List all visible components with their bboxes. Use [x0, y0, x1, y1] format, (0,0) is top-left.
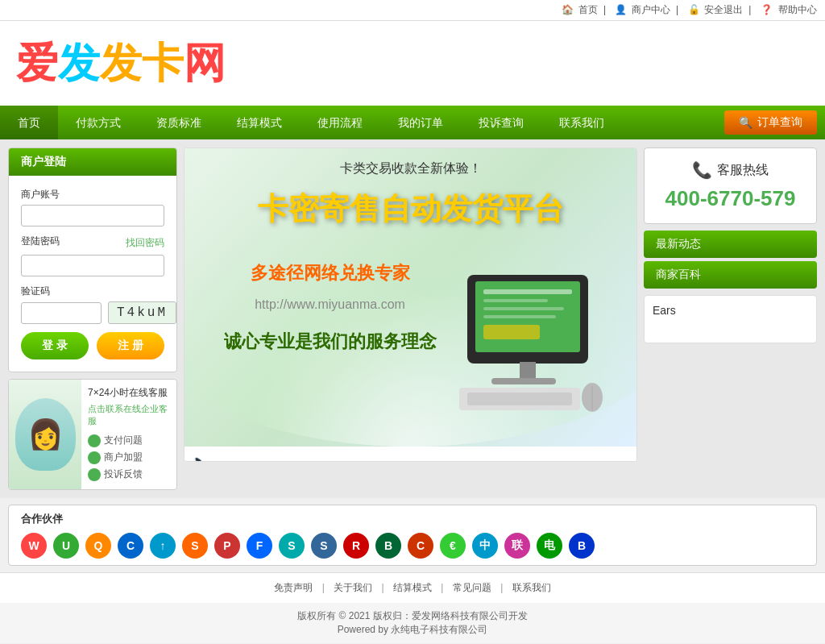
- footer-about[interactable]: 关于我们: [334, 582, 372, 593]
- captcha-image[interactable]: T4kuM: [108, 301, 176, 324]
- phone-icon: 📞: [692, 160, 712, 180]
- top-home-link[interactable]: 首页: [578, 4, 598, 15]
- login-title: 商户登陆: [21, 155, 66, 168]
- captcha-row: T4kuM: [21, 301, 164, 324]
- footer-faq[interactable]: 常见问题: [453, 582, 491, 593]
- copyright-line1: 版权所有 © 2021 版权归：爱发网络科技有限公司开发: [6, 609, 819, 623]
- partner-icon-12[interactable]: C: [408, 533, 433, 559]
- header: 爱发发卡网: [0, 21, 825, 106]
- wiki-button[interactable]: 商家百科: [644, 261, 817, 289]
- partners-section: 合作伙伴 WUQC↑SPFSSRBC€中联电B: [8, 505, 817, 566]
- order-query-button[interactable]: 🔍 订单查询: [724, 110, 817, 135]
- partner-icon-16[interactable]: 电: [537, 533, 562, 559]
- svg-rect-10: [467, 393, 572, 405]
- partner-icon-6[interactable]: P: [214, 533, 240, 559]
- partners-icons: WUQC↑SPFSSRBC€中联电B: [21, 533, 804, 559]
- banner: 卡类交易收款全新体验！ 卡密寄售自动发货平台 多途径网络兑换专家 http://…: [184, 147, 637, 462]
- news-button[interactable]: 最新动态: [644, 231, 817, 258]
- captcha-input[interactable]: [21, 302, 102, 324]
- footer-links: 免责声明 | 关于我们 | 结算模式 | 常见问题 | 联系我们: [0, 572, 825, 603]
- banner-subtitle-area: 多途径网络兑换专家: [184, 261, 475, 285]
- copyright-line2: Powered by 永纯电子科技有限公司: [6, 623, 819, 637]
- nav-home[interactable]: 首页: [0, 106, 58, 139]
- nav-process[interactable]: 使用流程: [300, 106, 380, 139]
- svg-rect-2: [483, 289, 572, 294]
- banner-title-area: 卡密寄售自动发货平台: [184, 189, 636, 230]
- logo-ai: 爱: [16, 40, 58, 86]
- partner-icon-4[interactable]: ↑: [150, 533, 176, 559]
- partner-icon-0[interactable]: W: [21, 533, 47, 559]
- svg-rect-4: [483, 307, 564, 310]
- banner-url-area: http://www.miyuanma.com: [184, 297, 475, 312]
- partner-icon-3[interactable]: C: [118, 533, 143, 559]
- partner-icon-5[interactable]: S: [182, 533, 208, 559]
- banner-tagline: 卡类交易收款全新体验！: [340, 160, 482, 177]
- svg-rect-3: [483, 299, 548, 302]
- nav-complaints[interactable]: 投诉查询: [461, 106, 541, 139]
- account-input[interactable]: [21, 205, 164, 226]
- footer-settlement[interactable]: 结算模式: [393, 582, 432, 593]
- svg-rect-7: [520, 362, 536, 380]
- partner-icon-11[interactable]: B: [375, 533, 401, 559]
- partner-icon-13[interactable]: €: [440, 533, 466, 559]
- nav-orders[interactable]: 我的订单: [380, 106, 461, 139]
- login-box: 商户登陆 商户账号 登陆密码 找回密码 验证码 T4kuM 登 录 注 册: [8, 147, 177, 372]
- partner-icon-1[interactable]: U: [53, 533, 79, 559]
- nav-settlement[interactable]: 结算模式: [219, 106, 300, 139]
- footer-disclaimer[interactable]: 免责声明: [274, 582, 313, 593]
- volume-icon[interactable]: 🔈: [191, 453, 209, 462]
- partner-icon-17[interactable]: B: [569, 533, 595, 559]
- account-label: 商户账号: [21, 188, 164, 202]
- center-content: 卡类交易收款全新体验！ 卡密寄售自动发货平台 多途径网络兑换专家 http://…: [184, 147, 637, 490]
- svg-rect-6: [483, 325, 540, 339]
- svg-rect-5: [483, 315, 556, 318]
- logo-ka: 发卡: [100, 40, 184, 86]
- nav-contact[interactable]: 联系我们: [541, 106, 622, 139]
- partners-section-wrapper: 合作伙伴 WUQC↑SPFSSRBC€中联电B: [0, 505, 825, 566]
- cs-avatar: 👩: [15, 398, 76, 471]
- cs-link-complaint[interactable]: 投诉反馈: [88, 466, 170, 483]
- cs-info: 7×24小时在线客服 点击联系在线企业客服 支付问题 商户加盟 投诉反馈: [81, 380, 176, 489]
- hotline-box: 📞 客服热线 400-6770-579: [644, 147, 817, 224]
- hotline-number: 400-6770-579: [657, 186, 804, 211]
- banner-controls: 🔈: [184, 447, 636, 462]
- register-button[interactable]: 注 册: [97, 332, 164, 359]
- nav-qualification[interactable]: 资质标准: [139, 106, 219, 139]
- partner-icon-7[interactable]: F: [247, 533, 272, 559]
- cs-link-payment[interactable]: 支付问题: [88, 432, 170, 449]
- logo-fa: 发: [58, 40, 100, 86]
- cs-online-link[interactable]: 点击联系在线企业客服: [88, 403, 170, 427]
- nav-payment[interactable]: 付款方式: [58, 106, 139, 139]
- computer-svg: [443, 275, 612, 428]
- cs-hours: 7×24小时在线客服: [88, 386, 170, 400]
- btn-row: 登 录 注 册: [21, 332, 164, 359]
- exit-icon: 🔓: [688, 4, 700, 15]
- find-password-link[interactable]: 找回密码: [126, 236, 164, 250]
- customer-service-box: 👩 7×24小时在线客服 点击联系在线企业客服 支付问题 商户加盟 投诉反馈: [8, 379, 177, 490]
- cs-avatar-area: 👩: [9, 380, 81, 489]
- svg-rect-8: [491, 378, 556, 384]
- safe-exit-link[interactable]: 安全退出: [704, 4, 743, 15]
- banner-subtitle: 多途径网络兑换专家: [251, 263, 410, 283]
- login-button[interactable]: 登 录: [21, 332, 89, 359]
- banner-inner: 卡类交易收款全新体验！ 卡密寄售自动发货平台 多途径网络兑换专家 http://…: [184, 148, 636, 447]
- partner-icon-8[interactable]: S: [279, 533, 305, 559]
- login-body: 商户账号 登陆密码 找回密码 验证码 T4kuM 登 录 注 册: [9, 176, 176, 372]
- computer-illustration: [443, 275, 612, 430]
- right-sidebar: 📞 客服热线 400-6770-579 最新动态 商家百科 Ears: [644, 147, 817, 490]
- merchant-center-link[interactable]: 商户中心: [632, 4, 670, 15]
- partner-icon-14[interactable]: 中: [472, 533, 498, 559]
- partner-icon-2[interactable]: Q: [85, 533, 111, 559]
- partner-icon-15[interactable]: 联: [504, 533, 530, 559]
- partner-icon-9[interactable]: S: [311, 533, 337, 559]
- help-icon: ❓: [761, 4, 773, 15]
- partner-icon-10[interactable]: R: [343, 533, 369, 559]
- footer-contact[interactable]: 联系我们: [512, 582, 551, 593]
- order-icon: 🔍: [739, 116, 752, 129]
- password-input[interactable]: [21, 255, 164, 276]
- cs-link-merchant[interactable]: 商户加盟: [88, 449, 170, 466]
- banner-url: http://www.miyuanma.com: [255, 297, 405, 311]
- help-center-link[interactable]: 帮助中心: [778, 4, 817, 15]
- home-icon: 🏠: [562, 4, 574, 15]
- ears-area: Ears: [644, 295, 817, 343]
